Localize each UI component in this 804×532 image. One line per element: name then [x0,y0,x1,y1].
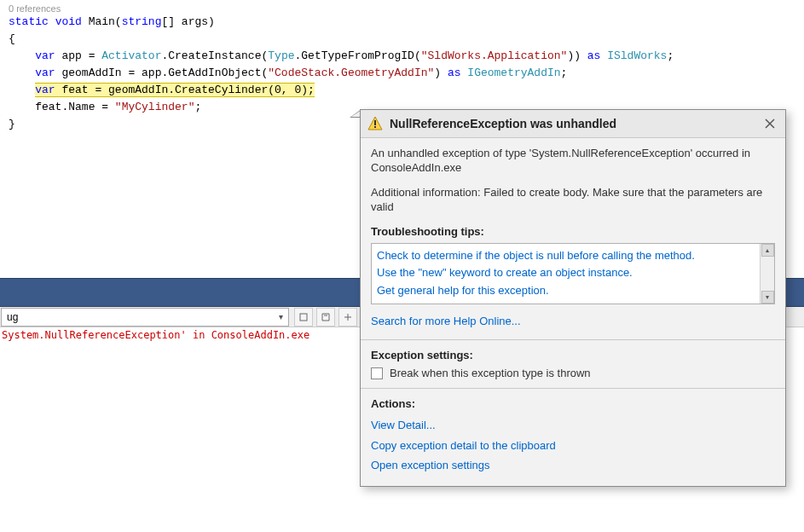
svg-rect-2 [374,126,376,128]
popup-title: NullReferenceException was unhandled [390,117,755,130]
output-error-line: System.NullReferenceException' in Consol… [0,329,309,341]
toolbar-button[interactable] [338,308,357,327]
popup-header: NullReferenceException was unhandled [361,110,785,138]
dropdown-value: ug [7,311,18,323]
actions-label: Actions: [371,397,775,410]
scroll-up-icon[interactable]: ▴ [761,244,774,257]
code-line: var app = Activator.CreateInstance(Type.… [0,48,804,65]
tip-link[interactable]: Use the "new" keyword to create an objec… [377,264,757,282]
search-help-link[interactable]: Search for more Help Online... [371,311,775,331]
references-count[interactable]: 0 references [0,3,804,14]
svg-rect-0 [300,314,307,321]
settings-label: Exception settings: [371,349,775,361]
tips-box: Check to determine if the object is null… [371,243,775,304]
svg-rect-1 [374,120,376,125]
break-checkbox[interactable] [371,367,383,379]
chevron-down-icon: ▾ [279,312,283,321]
code-line-highlighted: var feat = geomAddIn.CreateCylinder(0, 0… [0,82,804,99]
toolbar-button[interactable] [294,308,313,327]
code-line: var geomAddIn = app.GetAddInObject("Code… [0,65,804,82]
toolbar-button[interactable] [316,308,335,327]
popup-additional-info: Additional information: Failed to create… [371,186,775,215]
view-detail-link[interactable]: View Detail... [371,415,775,435]
open-settings-link[interactable]: Open exception settings [371,455,775,475]
tips-label: Troubleshooting tips: [371,225,775,238]
tip-link[interactable]: Check to determine if the object is null… [377,247,757,265]
break-checkbox-label: Break when this exception type is thrown [390,367,591,379]
close-button[interactable] [761,115,778,132]
popup-description: An unhandled exception of type 'System.N… [371,147,775,176]
close-icon [765,119,775,129]
copy-detail-link[interactable]: Copy exception detail to the clipboard [371,436,775,455]
tips-scrollbar[interactable]: ▴ ▾ [760,244,774,304]
scroll-down-icon[interactable]: ▾ [761,291,774,304]
tip-link[interactable]: Get general help for this exception. [377,282,757,300]
code-line: { [0,31,804,48]
code-line: static void Main(string[] args) [0,14,804,31]
output-source-dropdown[interactable]: ug ▾ [1,308,289,327]
exception-popup: NullReferenceException was unhandled An … [360,109,786,487]
warning-icon [367,116,383,131]
